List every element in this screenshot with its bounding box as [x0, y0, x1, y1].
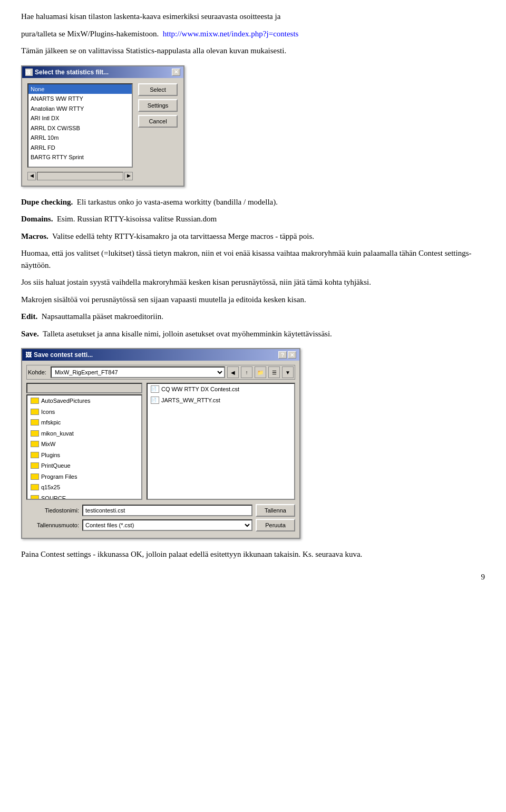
- scroll-left-arrow[interactable]: ◀: [27, 172, 36, 180]
- folder-icon: [31, 430, 39, 437]
- dupe-section: Dupe checking. Eli tarkastus onko jo vas…: [21, 196, 485, 208]
- save-text: Talleta asetukset ja anna kisalle nimi, …: [43, 330, 332, 338]
- list-item[interactable]: SOURCE: [27, 493, 141, 500]
- save-section: Save. Talleta asetukset ja anna kisalle …: [21, 328, 485, 340]
- list-item[interactable]: AutoSavedPictures: [27, 395, 141, 407]
- macros-heading: Macros.: [21, 232, 48, 240]
- list-item[interactable]: PrintQueue: [27, 460, 141, 471]
- files-list[interactable]: 📄CQ WW RTTY DX Contest.cst📄JARTS_WW_RTTY…: [147, 383, 295, 500]
- list-item[interactable]: ARRL FD: [28, 143, 132, 153]
- listbox-scrollbar-area: ◀ ▶: [27, 172, 133, 180]
- select-dialog-title: Select the statistics filt...: [35, 67, 109, 77]
- folder-icon: [31, 484, 39, 490]
- folder-icon: [31, 495, 39, 500]
- save-toolbar: Kohde: MixW_RigExpert_FT847 ◀ ↑ 📁 ☰ ▼: [26, 365, 295, 380]
- jos-siis-text: Jos siis haluat jostain syystä vaihdella…: [21, 276, 485, 288]
- save-dialog-titlebar-buttons: ? ✕: [278, 351, 296, 359]
- save-contest-dialog: 🖼 Save contest setti... ? ✕ Kohde: MixW_…: [21, 348, 300, 539]
- list-item[interactable]: ARI Intl DX: [28, 113, 132, 123]
- toolbar-up-button[interactable]: ↑: [241, 366, 252, 378]
- save-folder-panel: AutoSavedPicturesIconsmfskpicmikon_kuvat…: [26, 383, 142, 500]
- filetype-row: Tallennusmuoto: Contest files (*.cst) Pe…: [26, 519, 295, 531]
- select-dialog-close-button[interactable]: ✕: [172, 69, 180, 76]
- select-statistics-dialog: 🖼 Select the statistics filt... ✕ NoneAN…: [21, 65, 184, 187]
- file-icon: 📄: [151, 385, 159, 393]
- folder-icon: [31, 462, 39, 469]
- intro-line2-prefix: pura/talleta se MixW/Plugins-hakemistoon…: [21, 30, 159, 38]
- save-dialog-title-area: 🖼 Save contest setti...: [25, 350, 93, 360]
- intro-line3: Tämän jälkeen se on valittavissa Statist…: [21, 45, 485, 57]
- huomaa-text: Huomaa, että jos valitset (=lukitset) tä…: [21, 247, 485, 271]
- save-dialog-titlebar: 🖼 Save contest setti... ? ✕: [22, 349, 299, 361]
- settings-button[interactable]: Settings: [138, 99, 178, 112]
- folder-list[interactable]: AutoSavedPicturesIconsmfskpicmikon_kuvat…: [26, 394, 142, 500]
- edit-text: Napsauttamalla pääset makroeditoriin.: [42, 312, 163, 321]
- toolbar-kohde-label: Kohde:: [28, 368, 46, 377]
- select-dialog-titlebar: 🖼 Select the statistics filt... ✕: [22, 66, 183, 78]
- list-item[interactable]: q15x25: [27, 482, 141, 493]
- cancel-button[interactable]: Cancel: [138, 115, 178, 128]
- filename-row: Tiedostonimi: Tallenna: [26, 504, 295, 517]
- folder-icon: [31, 452, 39, 458]
- list-item[interactable]: mikon_kuvat: [27, 428, 141, 439]
- folder-panel-header: [26, 383, 142, 393]
- scroll-right-arrow[interactable]: ▶: [124, 172, 133, 180]
- scrollbar-track[interactable]: [37, 172, 123, 180]
- folder-icon: [31, 441, 39, 447]
- peruuta-button[interactable]: Peruuta: [256, 519, 295, 531]
- folder-icon: [31, 398, 39, 404]
- edit-heading: Edit.: [21, 312, 37, 321]
- save-dialog-question-button[interactable]: ?: [278, 351, 287, 359]
- tallenna-button[interactable]: Tallenna: [256, 504, 295, 517]
- dupe-heading: Dupe checking.: [21, 198, 73, 206]
- list-item[interactable]: ANARTS WW RTTY: [28, 94, 132, 104]
- intro-line2: pura/talleta se MixW/Plugins-hakemistoon…: [21, 28, 485, 40]
- dialog-title-icon: 🖼: [25, 69, 33, 76]
- filename-input[interactable]: [82, 505, 252, 516]
- list-item[interactable]: ARRL 10m: [28, 133, 132, 143]
- dupe-text: Eli tarkastus onko jo vasta-asema workit…: [77, 198, 278, 206]
- domains-heading: Domains.: [21, 215, 53, 223]
- toolbar-view-button[interactable]: ☰: [268, 366, 280, 378]
- folder-icon: [31, 419, 39, 426]
- macros-text: Valitse edellä tehty RTTY-kisamakro ja o…: [52, 232, 314, 240]
- intro-line1: Hae haluamasi kisan tilaston laskenta-ka…: [21, 11, 485, 23]
- folder-icon: [31, 473, 39, 480]
- filetype-label: Tallennusmuoto:: [26, 521, 79, 530]
- filetype-dropdown[interactable]: Contest files (*.cst): [82, 519, 252, 531]
- statistics-listbox[interactable]: NoneANARTS WW RTTYAnatolian WW RTTYARI I…: [27, 83, 133, 168]
- list-item[interactable]: Plugins: [27, 450, 141, 461]
- list-item[interactable]: ARRL DX CW/SSB: [28, 123, 132, 133]
- toolbar-views-button[interactable]: ▼: [282, 366, 294, 378]
- select-dialog-body: NoneANARTS WW RTTYAnatolian WW RTTYARI I…: [22, 78, 183, 186]
- select-button[interactable]: Select: [138, 83, 178, 96]
- save-dialog-body: Kohde: MixW_RigExpert_FT847 ◀ ↑ 📁 ☰ ▼ Au…: [22, 361, 299, 538]
- macros-section: Macros. Valitse edellä tehty RTTY-kisama…: [21, 230, 485, 243]
- list-item[interactable]: 📄JARTS_WW_RTTY.cst: [148, 395, 294, 406]
- save-heading: Save.: [21, 330, 39, 338]
- list-item[interactable]: mfskpic: [27, 417, 141, 428]
- list-item[interactable]: BARTG RTTY Sprint: [28, 152, 132, 162]
- list-item[interactable]: Icons: [27, 407, 141, 418]
- list-item[interactable]: 📄CQ WW RTTY DX Contest.cst: [148, 384, 294, 395]
- folder-icon: [31, 409, 39, 415]
- save-dialog-title-icon: 🖼: [25, 350, 32, 360]
- toolbar-new-folder-button[interactable]: 📁: [255, 366, 266, 378]
- footer-text: Paina Contest settings - ikkunassa OK, j…: [21, 548, 485, 560]
- toolbar-location-dropdown[interactable]: MixW_RigExpert_FT847: [51, 366, 225, 378]
- intro-link[interactable]: http://www.mixw.net/index.php?j=contests: [163, 30, 299, 38]
- domains-text: Esim. Russian RTTY-kisoissa valitse Russ…: [57, 215, 217, 223]
- file-icon: 📄: [151, 397, 159, 404]
- list-item[interactable]: MixW: [27, 439, 141, 450]
- toolbar-back-button[interactable]: ◀: [227, 366, 239, 378]
- save-content-area: AutoSavedPicturesIconsmfskpicmikon_kuvat…: [26, 383, 295, 500]
- save-dialog-close-button[interactable]: ✕: [288, 351, 296, 359]
- domains-section: Domains. Esim. Russian RTTY-kisoissa val…: [21, 213, 485, 225]
- save-dialog-title: Save contest setti...: [34, 350, 93, 360]
- save-files-panel: 📄CQ WW RTTY DX Contest.cst📄JARTS_WW_RTTY…: [147, 383, 295, 500]
- list-item[interactable]: None: [28, 84, 132, 94]
- makrojen-text: Makrojen sisältöä voi perusnäytössä sen …: [21, 294, 485, 306]
- page-number: 9: [21, 571, 485, 583]
- list-item[interactable]: Program Files: [27, 471, 141, 482]
- list-item[interactable]: Anatolian WW RTTY: [28, 104, 132, 114]
